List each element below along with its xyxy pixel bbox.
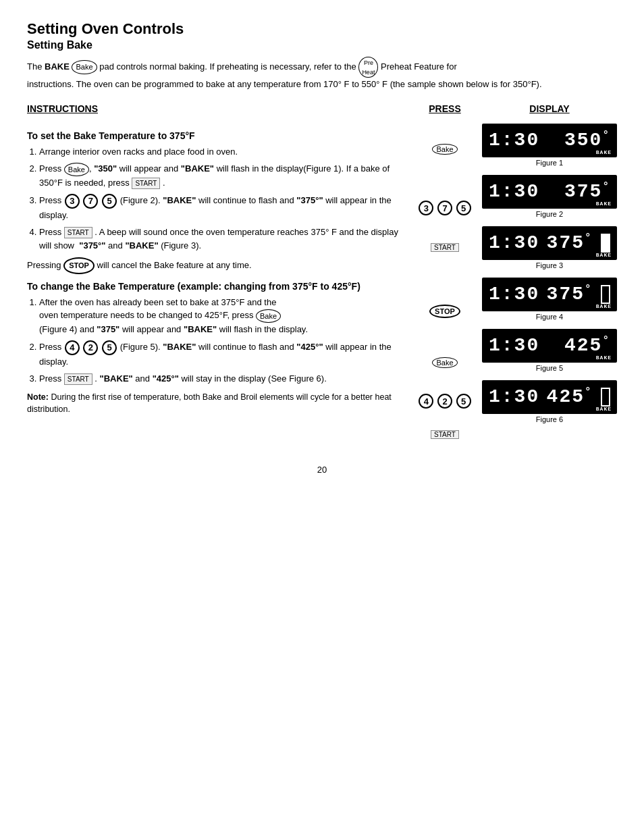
- press-start-fig3: START: [411, 241, 479, 251]
- press-425-fig5: 4 2 5: [411, 394, 479, 409]
- intro-paragraph: The BAKE Bake pad controls normal baking…: [27, 57, 617, 91]
- num7-circle: 7: [83, 194, 98, 209]
- press-3: 3: [419, 201, 433, 215]
- press-bake-s2: Bake: [411, 357, 479, 369]
- press-stop-fig4: STOP: [411, 305, 479, 318]
- start-button-step2: START: [132, 178, 160, 189]
- fig3-bake-label: BAKE: [596, 252, 612, 258]
- section2-steps: After the oven has already been set to b…: [27, 296, 401, 386]
- fig5-temp: 425°: [564, 335, 610, 356]
- fig6-label: Figure 6: [482, 415, 617, 423]
- display-figure2: 1:30 375° BAKE: [482, 175, 617, 209]
- press-5b: 5: [456, 394, 471, 409]
- intro-last-line: instructions. The oven can be programmed…: [27, 79, 542, 89]
- fig4-temp: 375°: [547, 284, 593, 305]
- fig5-label: Figure 5: [482, 364, 617, 372]
- pressing-line: Pressing STOP will cancel the Bake featu…: [27, 257, 401, 274]
- bake-press-circle-1: Bake: [432, 144, 457, 155]
- step1-1: Arrange interior oven racks and place fo…: [39, 145, 401, 159]
- start-press-box: START: [431, 243, 459, 252]
- display-figure3: 1:30 375° BAKE: [482, 226, 617, 260]
- fig3-label: Figure 3: [482, 261, 617, 269]
- section2-title: To change the Bake Temperature (example:…: [27, 281, 401, 292]
- stop-press-circle: STOP: [429, 305, 460, 318]
- fig4-time: 1:30: [489, 284, 539, 305]
- num5b-circle: 5: [102, 340, 117, 355]
- press-col: Bake 3 7 5 START STOP: [408, 124, 482, 444]
- press-5: 5: [456, 201, 471, 215]
- press-4: 4: [419, 394, 433, 409]
- fig6-bake-label: BAKE: [596, 406, 612, 412]
- fig5-time: 1:30: [489, 335, 539, 356]
- num3-circle: 3: [65, 194, 80, 209]
- display-figure1: 1:30 350° BAKE: [482, 124, 617, 157]
- press-7: 7: [437, 201, 452, 215]
- instructions-header: INSTRUCTIONS: [27, 103, 408, 114]
- three-col-layout: INSTRUCTIONS PRESS DISPLAY To set the Ba…: [27, 103, 617, 444]
- bake-icon-s2-step1: Bake: [256, 309, 281, 323]
- start-press-box-2: START: [431, 430, 459, 439]
- num2-circle: 2: [83, 340, 98, 355]
- fig6-temp: 425°: [547, 386, 593, 407]
- fig1-time: 1:30: [489, 130, 539, 151]
- bake-button-icon: Bake: [72, 60, 97, 74]
- bake-press-circle-2: Bake: [432, 357, 457, 368]
- press-2: 2: [437, 394, 452, 409]
- fig1-label: Figure 1: [482, 159, 617, 167]
- press-bake-fig1: Bake: [411, 144, 479, 155]
- num4-circle: 4: [65, 340, 80, 355]
- preheat-feature-text: Preheat Feature for: [381, 61, 457, 72]
- display-header: DISPLAY: [482, 103, 617, 114]
- fig2-bake-label: BAKE: [596, 201, 612, 207]
- instructions-col-section1: To set the Bake Temperature to 375°F Arr…: [27, 124, 408, 444]
- step1-4: Press START . A beep will sound once the…: [39, 226, 401, 252]
- press-start-s2: START: [411, 429, 479, 439]
- display-figure6: 1:30 425° BAKE: [482, 380, 617, 414]
- press-header: PRESS: [408, 103, 482, 114]
- preheat-button-icon: PreHeat: [358, 57, 378, 78]
- page-title: Setting Oven Controls: [27, 20, 617, 38]
- display-figure5: 1:30 425° BAKE: [482, 329, 617, 363]
- fig6-cursor: [601, 388, 610, 407]
- fig4-bake-label: BAKE: [596, 303, 612, 309]
- num5-circle: 5: [102, 194, 117, 209]
- step2-2: Press 4 2 5 (Figure 5). "BAKE" will cont…: [39, 340, 401, 369]
- section1-title: To set the Bake Temperature to 375°F: [27, 130, 401, 141]
- display-figure4: 1:30 375° BAKE: [482, 278, 617, 311]
- section1-steps: Arrange interior oven racks and place fo…: [27, 145, 401, 252]
- step1-3: Press 3 7 5 (Figure 2). "BAKE" will cont…: [39, 194, 401, 222]
- fig3-cursor: [601, 234, 610, 253]
- note-line: Note: During the first rise of temperatu…: [27, 391, 401, 417]
- fig5-bake-label: BAKE: [596, 355, 612, 361]
- step2-1: After the oven has already been set to b…: [39, 296, 401, 336]
- stop-button-icon: STOP: [63, 257, 95, 274]
- fig1-temp: 350°: [564, 130, 610, 151]
- fig2-temp: 375°: [564, 181, 610, 202]
- display-col: 1:30 350° BAKE Figure 1 1:30 375° BAKE F…: [482, 124, 617, 444]
- fig4-cursor: [601, 285, 610, 304]
- fig6-time: 1:30: [489, 386, 539, 407]
- bake-bold: BAKE: [45, 61, 70, 72]
- fig3-time: 1:30: [489, 232, 539, 253]
- step2-3: Press START . "BAKE" and "425°" will sta…: [39, 372, 401, 386]
- fig4-label: Figure 4: [482, 313, 617, 321]
- bake-icon-step2: Bake: [64, 163, 89, 177]
- fig2-time: 1:30: [489, 181, 539, 202]
- fig2-label: Figure 2: [482, 210, 617, 218]
- page-container: Setting Oven Controls Setting Bake The B…: [27, 20, 617, 475]
- section-subtitle: Setting Bake: [27, 39, 617, 51]
- page-number: 20: [27, 465, 617, 475]
- press-375-fig2: 3 7 5: [411, 201, 479, 215]
- start-button-step4: START: [64, 227, 92, 238]
- fig1-bake-label: BAKE: [596, 149, 612, 155]
- step1-2: Press Bake, "350" will appear and "BAKE"…: [39, 162, 401, 189]
- start-button-s2-step3: START: [64, 373, 92, 385]
- fig3-temp: 375°: [547, 232, 593, 253]
